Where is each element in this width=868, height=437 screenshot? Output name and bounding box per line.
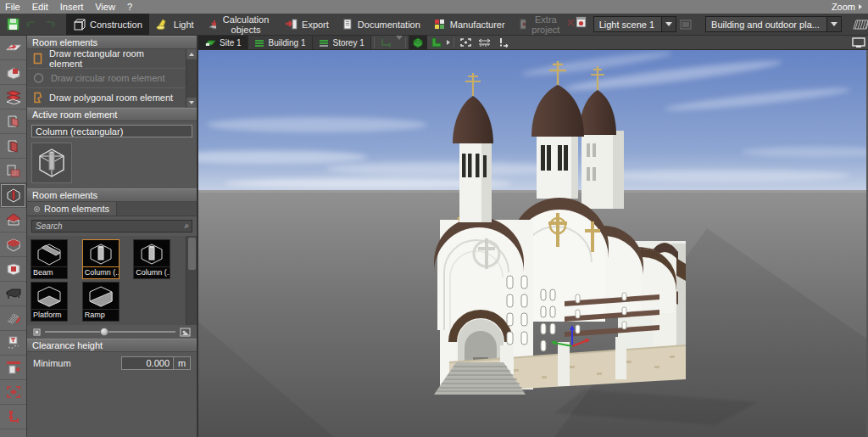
horizon-band bbox=[198, 190, 866, 193]
column-tool-button[interactable] bbox=[0, 183, 26, 208]
menu-zoom[interactable]: Zoom bbox=[832, 2, 863, 12]
window-tool-button[interactable] bbox=[0, 109, 26, 134]
door-tool-button[interactable] bbox=[0, 134, 26, 159]
slider-thumb[interactable] bbox=[100, 328, 108, 336]
menu-file[interactable]: File bbox=[5, 2, 20, 12]
catalog-scroll-thumb[interactable] bbox=[188, 238, 196, 270]
catalog-item-platform[interactable]: Platform bbox=[31, 282, 80, 322]
light-scene-edit-button[interactable] bbox=[676, 16, 695, 33]
guideline-button[interactable] bbox=[494, 36, 513, 49]
opening-tool-button[interactable] bbox=[0, 257, 26, 282]
light-scene-combo[interactable]: Light scene 1 bbox=[593, 16, 676, 32]
material-tool-icon bbox=[5, 311, 21, 325]
thumbnail-size-slider[interactable] bbox=[45, 331, 175, 333]
furniture-tool-button[interactable] bbox=[0, 282, 26, 306]
previous-level-button[interactable] bbox=[377, 36, 396, 49]
opening-tool-icon bbox=[6, 262, 21, 277]
tab-export[interactable]: Export bbox=[278, 14, 336, 35]
draw-tools-scrollbar[interactable] bbox=[186, 49, 197, 108]
catalog-item-label: Beam bbox=[31, 267, 68, 279]
column-tool-icon bbox=[5, 188, 22, 203]
construction-icon bbox=[73, 19, 86, 31]
tab-construction[interactable]: Construction bbox=[66, 14, 149, 35]
catalog-item-column-2[interactable]: Column (... bbox=[133, 239, 182, 279]
storey-tool-button[interactable] bbox=[0, 85, 26, 109]
false-colors-button[interactable] bbox=[852, 16, 868, 33]
thumbnail-size-small-icon bbox=[33, 328, 41, 336]
tab-light[interactable]: Light bbox=[149, 14, 201, 35]
view-3d-icon bbox=[412, 37, 424, 48]
scroll-down-icon[interactable] bbox=[186, 98, 197, 108]
light-scene-combo-arrow[interactable] bbox=[661, 17, 676, 31]
tab-manufacturer-label: Manufacturer bbox=[450, 20, 505, 30]
draw-rectangular-room-element[interactable]: Draw rectangular room element bbox=[27, 49, 186, 69]
active-room-element-value: Column (rectangular) bbox=[31, 125, 192, 137]
view-3d-button[interactable] bbox=[409, 36, 427, 49]
measure-button[interactable] bbox=[476, 36, 494, 49]
text-annotation-tool-button[interactable] bbox=[0, 331, 26, 356]
3d-canvas[interactable] bbox=[198, 50, 868, 437]
connection-tool-button[interactable] bbox=[0, 405, 26, 429]
room-tool-button[interactable] bbox=[0, 159, 26, 183]
redo-button[interactable] bbox=[41, 16, 59, 33]
catalog-item-column-1[interactable]: Column (... bbox=[82, 239, 131, 279]
save-button[interactable] bbox=[3, 16, 22, 33]
scroll-up-icon[interactable] bbox=[186, 49, 197, 59]
draw-tool-label: Draw polygonal room element bbox=[49, 92, 173, 103]
menu-edit[interactable]: Edit bbox=[32, 2, 48, 12]
search-input[interactable] bbox=[31, 220, 192, 233]
tab-site-1[interactable]: Site 1 bbox=[198, 36, 248, 49]
catalog-item-ramp[interactable]: Ramp bbox=[82, 282, 131, 322]
tab-documentation-label: Documentation bbox=[358, 20, 420, 30]
catalog-item-label: Column (... bbox=[82, 267, 120, 279]
tab-manufacturer[interactable]: Manufacturer bbox=[427, 14, 512, 35]
tab-documentation[interactable]: Documentation bbox=[336, 14, 427, 35]
active-element-preview-button[interactable] bbox=[31, 143, 72, 183]
view-mode-combo-arrow[interactable] bbox=[826, 17, 841, 31]
main-toolbar: Construction Light Calculation objects E… bbox=[0, 14, 868, 36]
minimum-label: Minimum bbox=[33, 358, 116, 368]
tab-storey-1[interactable]: Storey 1 bbox=[313, 36, 371, 49]
view-plan-button[interactable] bbox=[427, 36, 446, 49]
viewport-tab-bar: Site 1 Building 1 Storey 1 bbox=[198, 36, 868, 50]
text-annotation-tool-icon bbox=[6, 335, 21, 350]
draw-circular-room-element[interactable]: Draw circular room element bbox=[27, 69, 186, 88]
wall-tool-button[interactable] bbox=[0, 356, 26, 380]
draw-polygonal-room-element[interactable]: Draw polygonal room element bbox=[27, 88, 186, 108]
rectangle-draw-icon bbox=[33, 53, 42, 64]
view-mode-combo[interactable]: Building and outdoor pla... bbox=[705, 16, 842, 32]
menu-insert[interactable]: Insert bbox=[60, 2, 84, 12]
ceiling-tool-button[interactable] bbox=[0, 233, 26, 257]
extra-project-button[interactable]: Extra project bbox=[515, 14, 566, 35]
catalog-item-beam[interactable]: Beam bbox=[31, 239, 80, 279]
record-view-button[interactable] bbox=[576, 14, 587, 31]
catalog-grid-wrap: Beam Column (... Column (... Platform Ra… bbox=[27, 236, 197, 325]
site-tool-icon bbox=[4, 41, 23, 54]
tab-storey-1-label: Storey 1 bbox=[333, 38, 364, 48]
undo-button[interactable] bbox=[22, 16, 41, 33]
view-plan-arrow-icon[interactable] bbox=[446, 39, 451, 46]
tab-building-1[interactable]: Building 1 bbox=[248, 36, 313, 49]
delete-project-button[interactable] bbox=[566, 14, 576, 31]
catalog-scrollbar[interactable] bbox=[186, 236, 197, 325]
tab-calculation-objects[interactable]: Calculation objects bbox=[201, 14, 278, 35]
zoom-fit-button[interactable] bbox=[457, 36, 476, 49]
fullscreen-button[interactable] bbox=[849, 36, 868, 49]
site-tool-button[interactable] bbox=[0, 36, 26, 60]
zoom-fit-icon bbox=[459, 37, 472, 48]
room-elements-panel-title: Room elements bbox=[32, 37, 97, 48]
draw-tool-label: Draw rectangular room element bbox=[49, 48, 180, 69]
menu-view[interactable]: View bbox=[95, 2, 115, 12]
chevron-down-icon bbox=[396, 36, 403, 40]
ramp-thumb-icon bbox=[86, 284, 116, 308]
material-tool-button[interactable] bbox=[0, 306, 26, 331]
minimum-input[interactable] bbox=[121, 356, 174, 370]
menu-help[interactable]: ? bbox=[127, 2, 132, 12]
building-tool-button[interactable] bbox=[0, 60, 26, 85]
catalog-tab-room-elements[interactable]: Room elements bbox=[27, 202, 117, 216]
selection-tool-button[interactable] bbox=[0, 380, 26, 405]
thumbnail-size-row bbox=[27, 325, 197, 339]
light-icon bbox=[156, 19, 170, 30]
roof-tool-button[interactable] bbox=[0, 208, 26, 233]
window-tool-icon bbox=[6, 114, 21, 129]
